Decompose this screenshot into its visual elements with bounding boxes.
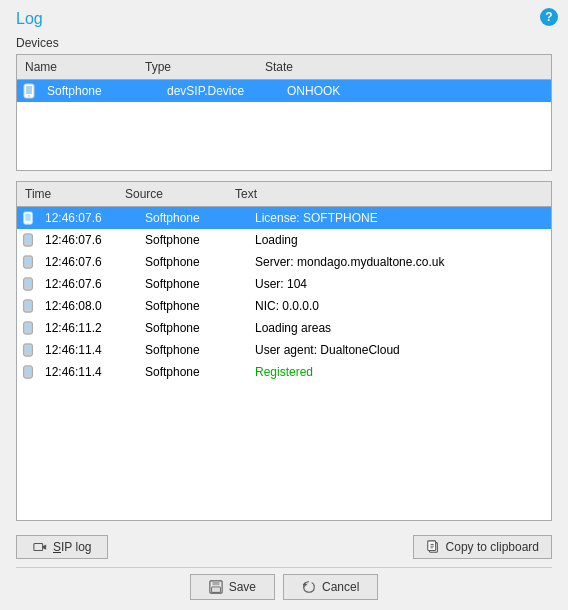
log-table-body[interactable]: 12:46:07.6SoftphoneLicense: SOFTPHONE12:… <box>17 207 551 402</box>
log-time: 12:46:07.6 <box>37 253 137 271</box>
log-table-row[interactable]: 12:46:11.2SoftphoneLoading areas <box>17 317 551 339</box>
svg-rect-18 <box>25 368 30 375</box>
save-label: Save <box>229 580 256 594</box>
devices-table: Name Type State Softphone devSIP.Device … <box>16 54 552 171</box>
log-time: 12:46:07.6 <box>37 231 137 249</box>
log-table-row[interactable]: 12:46:07.6SoftphoneLicense: SOFTPHONE <box>17 207 551 229</box>
log-time: 12:46:07.6 <box>37 275 137 293</box>
svg-rect-14 <box>25 324 30 331</box>
svg-rect-6 <box>25 236 30 243</box>
log-time: 12:46:11.4 <box>37 341 137 359</box>
log-text: Loading areas <box>247 319 551 337</box>
log-table-row[interactable]: 12:46:07.6SoftphoneServer: mondago.mydua… <box>17 251 551 273</box>
log-text: Server: mondago.mydualtone.co.uk <box>247 253 551 271</box>
svg-rect-28 <box>213 588 218 592</box>
devices-section-label: Devices <box>16 36 552 50</box>
log-text: Loading <box>247 231 551 249</box>
log-source: Softphone <box>137 319 247 337</box>
log-source: Softphone <box>137 363 247 381</box>
svg-rect-19 <box>34 544 43 551</box>
svg-rect-12 <box>25 302 30 309</box>
devices-col-state: State <box>257 58 457 76</box>
page-container: ? Log Devices Name Type State Softphone … <box>0 0 568 610</box>
log-entry-icon <box>21 343 35 357</box>
cancel-label: Cancel <box>322 580 359 594</box>
log-source: Softphone <box>137 275 247 293</box>
clipboard-icon <box>426 540 440 554</box>
devices-table-header: Name Type State <box>17 55 551 80</box>
log-col-time: Time <box>17 185 117 203</box>
sip-log-button[interactable]: SIP log <box>16 535 108 559</box>
log-entry-icon <box>21 277 35 291</box>
device-phone-icon <box>21 83 37 99</box>
sip-log-label: SIP log <box>53 540 91 554</box>
log-text: Registered <box>247 363 551 381</box>
log-source: Softphone <box>137 209 247 227</box>
log-table-row[interactable]: 12:46:11.4SoftphoneUser agent: DualtoneC… <box>17 339 551 361</box>
save-button[interactable]: Save <box>190 574 275 600</box>
log-section: Time Source Text 12:46:07.6SoftphoneLice… <box>16 181 552 559</box>
devices-table-body: Softphone devSIP.Device ONHOOK <box>17 80 551 170</box>
log-entry-icon <box>21 299 35 313</box>
bottom-bar: SIP log Copy to clipboard <box>16 535 552 559</box>
device-type: devSIP.Device <box>159 82 279 100</box>
svg-rect-1 <box>26 86 32 94</box>
log-table-row[interactable]: 12:46:11.4SoftphoneRegistered <box>17 361 551 383</box>
copy-to-clipboard-label: Copy to clipboard <box>446 540 539 554</box>
log-entry-icon <box>21 255 35 269</box>
devices-col-type: Type <box>137 58 257 76</box>
footer-buttons: Save Cancel <box>16 567 552 600</box>
devices-table-row[interactable]: Softphone devSIP.Device ONHOOK <box>17 80 551 102</box>
cancel-icon <box>302 580 316 594</box>
copy-to-clipboard-button[interactable]: Copy to clipboard <box>413 535 552 559</box>
device-state: ONHOOK <box>279 82 479 100</box>
cancel-button[interactable]: Cancel <box>283 574 378 600</box>
device-name: Softphone <box>39 82 159 100</box>
log-text: License: SOFTPHONE <box>247 209 551 227</box>
log-entry-icon <box>21 365 35 379</box>
log-col-text: Text <box>227 185 551 203</box>
log-entry-icon <box>21 233 35 247</box>
log-source: Softphone <box>137 341 247 359</box>
log-time: 12:46:08.0 <box>37 297 137 315</box>
log-text: User agent: DualtoneCloud <box>247 341 551 359</box>
log-source: Softphone <box>137 297 247 315</box>
log-table: Time Source Text 12:46:07.6SoftphoneLice… <box>16 181 552 521</box>
svg-rect-26 <box>212 581 219 585</box>
log-time: 12:46:07.6 <box>37 209 137 227</box>
svg-rect-10 <box>25 280 30 287</box>
log-source: Softphone <box>137 231 247 249</box>
log-text: NIC: 0.0.0.0 <box>247 297 551 315</box>
log-col-source: Source <box>117 185 227 203</box>
devices-col-name: Name <box>17 58 137 76</box>
log-text: User: 104 <box>247 275 551 293</box>
log-source: Softphone <box>137 253 247 271</box>
log-table-row[interactable]: 12:46:07.6SoftphoneLoading <box>17 229 551 251</box>
sip-log-icon <box>33 540 47 554</box>
log-entry-icon <box>21 211 35 225</box>
help-icon[interactable]: ? <box>540 8 558 26</box>
svg-rect-4 <box>25 214 30 221</box>
log-entry-icon <box>21 321 35 335</box>
log-table-row[interactable]: 12:46:07.6SoftphoneUser: 104 <box>17 273 551 295</box>
log-table-row[interactable]: 12:46:08.0SoftphoneNIC: 0.0.0.0 <box>17 295 551 317</box>
svg-rect-8 <box>25 258 30 265</box>
svg-point-2 <box>28 95 30 97</box>
save-icon <box>209 580 223 594</box>
log-time: 12:46:11.4 <box>37 363 137 381</box>
log-time: 12:46:11.2 <box>37 319 137 337</box>
svg-rect-16 <box>25 346 30 353</box>
log-table-header: Time Source Text <box>17 182 551 207</box>
page-title: Log <box>16 10 552 28</box>
